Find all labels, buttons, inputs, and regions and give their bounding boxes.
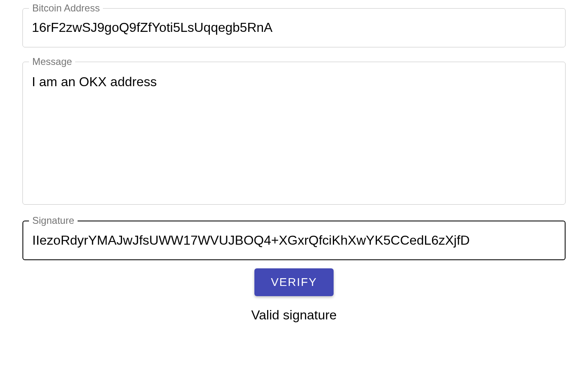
bitcoin-address-label: Bitcoin Address (29, 2, 103, 14)
result-text: Valid signature (251, 308, 336, 323)
message-input[interactable] (22, 62, 566, 205)
signature-field-wrapper: Signature (22, 221, 566, 261)
verify-button[interactable]: VERIFY (254, 268, 333, 296)
message-label: Message (29, 56, 75, 67)
bitcoin-address-input[interactable] (22, 8, 566, 47)
signature-input[interactable] (22, 221, 566, 261)
signature-label: Signature (29, 215, 78, 226)
signature-verify-form: Bitcoin Address Message Signature VERIFY… (22, 8, 566, 323)
message-field-wrapper: Message (22, 62, 566, 206)
result-row: Valid signature (22, 308, 566, 323)
button-row: VERIFY (22, 268, 566, 296)
bitcoin-address-field-wrapper: Bitcoin Address (22, 8, 566, 47)
